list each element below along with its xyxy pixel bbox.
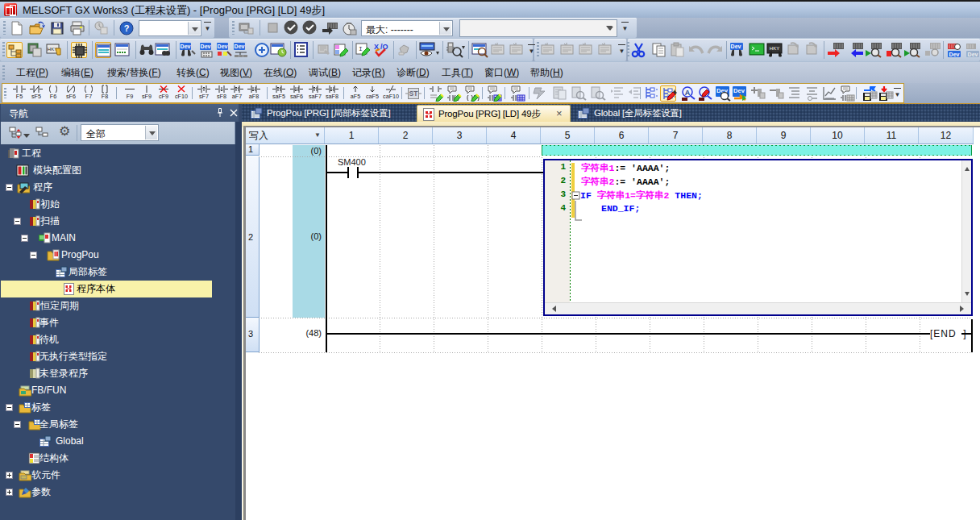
- svg-text:Dev: Dev: [235, 44, 245, 49]
- svg-text:Dev: Dev: [731, 44, 741, 49]
- svg-text:?: ?: [124, 23, 130, 33]
- svg-text:ST: ST: [409, 89, 419, 98]
- svg-text:Dev: Dev: [218, 44, 228, 49]
- svg-text:Dev: Dev: [949, 52, 960, 57]
- svg-text:HKY: HKY: [770, 46, 779, 51]
- svg-text:A: A: [685, 89, 691, 97]
- svg-text:Dev: Dev: [968, 52, 978, 57]
- svg-text:Dev: Dev: [733, 87, 745, 94]
- svg-text:I: I: [359, 45, 363, 52]
- svg-text:Dev: Dev: [181, 44, 191, 49]
- svg-text:Dev: Dev: [201, 44, 211, 49]
